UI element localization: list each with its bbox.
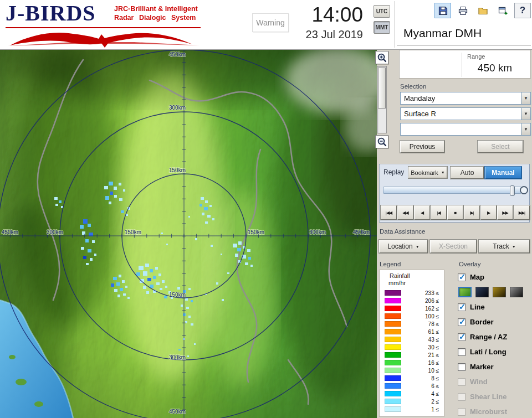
checkbox[interactable] bbox=[458, 273, 466, 281]
help-button[interactable]: ? bbox=[514, 3, 531, 18]
logo-title: J-BIRDS bbox=[6, 1, 96, 25]
overlay-row-microburst: Microburst bbox=[458, 404, 532, 418]
legend-value: 6 ≤ bbox=[401, 383, 442, 389]
legend-value: 21 ≤ bbox=[401, 352, 442, 358]
replay-groupbox: Replay Bookmark▼ Auto Manual |◀◀ ◀◀ ◀ |◀… bbox=[379, 164, 530, 223]
printer-icon bbox=[458, 6, 468, 16]
location-button[interactable]: Location▼ bbox=[379, 240, 428, 253]
replay-slider-knob[interactable] bbox=[520, 186, 528, 194]
overlay-row-range-az[interactable]: Range / AZ bbox=[458, 329, 532, 344]
checkbox[interactable] bbox=[458, 318, 466, 326]
chevron-down-icon: ▼ bbox=[441, 171, 445, 174]
chevron-down-icon[interactable] bbox=[521, 123, 530, 135]
checkbox[interactable] bbox=[458, 333, 466, 341]
replay-slider-handle[interactable] bbox=[510, 185, 515, 196]
map-style-olive[interactable] bbox=[493, 287, 506, 297]
data-assistance-label: Data Assistance bbox=[380, 228, 425, 235]
selection-label: Selection bbox=[400, 83, 426, 90]
overlay-row-border[interactable]: Border bbox=[458, 314, 532, 329]
range-ring-label: 450km bbox=[353, 229, 370, 235]
data-assistance-buttons: Location▼ X-Section Track▼ bbox=[379, 240, 530, 253]
play-button[interactable]: ▶ bbox=[480, 205, 497, 220]
station-underline bbox=[397, 45, 531, 45]
overlay-row-marker[interactable]: Marker bbox=[458, 359, 532, 374]
select-button[interactable]: Select bbox=[478, 141, 523, 153]
timezone-toggle: UTC MMT bbox=[374, 5, 390, 37]
overlay-row-line[interactable]: Line bbox=[458, 300, 532, 314]
radar-map-canvas[interactable]: 450km 300km 150km 450km 300km 150km 150k… bbox=[0, 50, 377, 418]
print-button[interactable] bbox=[454, 3, 471, 18]
legend-color-swatch bbox=[385, 383, 401, 389]
utc-button[interactable]: UTC bbox=[374, 5, 390, 18]
legend-value: 16 ≤ bbox=[401, 360, 442, 366]
bookmark-button[interactable]: Bookmark▼ bbox=[408, 167, 447, 178]
overlay-row-lati-long[interactable]: Lati / Long bbox=[458, 344, 532, 359]
xsection-button[interactable]: X-Section bbox=[430, 240, 477, 253]
legend-color-swatch bbox=[385, 329, 401, 334]
clock-date: 23 Jul 2019 bbox=[274, 28, 363, 41]
export-button[interactable] bbox=[494, 3, 511, 18]
previous-button[interactable]: Previous bbox=[400, 141, 444, 153]
chevron-down-icon[interactable] bbox=[521, 108, 530, 120]
replay-timeline-slider[interactable] bbox=[383, 187, 521, 194]
product-select[interactable]: Surface R bbox=[400, 107, 531, 120]
legend-quantity: Rainfall bbox=[390, 272, 442, 280]
save-icon bbox=[438, 6, 448, 16]
auto-mode-button[interactable]: Auto bbox=[451, 167, 484, 179]
overlay-list: Map Line Border Range / AZ Lati / Long M… bbox=[458, 270, 532, 418]
overlay-row-map[interactable]: Map bbox=[458, 270, 532, 285]
range-ring-label: 150km bbox=[169, 292, 186, 298]
checkbox[interactable] bbox=[458, 363, 466, 371]
fast-rewind-button[interactable]: ◀◀ bbox=[397, 205, 413, 220]
zoom-panel bbox=[375, 51, 389, 148]
step-forward-button[interactable]: ▶| bbox=[464, 205, 480, 220]
legend-row: 233 ≤ bbox=[382, 289, 442, 297]
legend-color-swatch bbox=[385, 375, 401, 381]
fast-forward-button[interactable]: ▶▶ bbox=[497, 205, 513, 220]
stop-button[interactable]: ■ bbox=[447, 205, 463, 220]
legend-row: 6 ≤ bbox=[382, 382, 442, 390]
legend-value: 162 ≤ bbox=[401, 306, 442, 312]
zoom-out-button[interactable] bbox=[375, 135, 388, 148]
overlay-row-wind: Wind bbox=[458, 374, 532, 389]
station-name: Myanmar DMH bbox=[403, 27, 482, 40]
overlay-row-shear-line: Shear Line bbox=[458, 389, 532, 404]
site-select[interactable]: Mandalay bbox=[400, 92, 531, 105]
legend-panel: Rainfall mm/hr 233 ≤ 206 ≤ 162 ≤ 100 ≤ 7… bbox=[379, 270, 444, 417]
overlay-label: Range / AZ bbox=[470, 333, 507, 341]
zoom-in-button[interactable] bbox=[375, 51, 388, 64]
map-style-navy[interactable] bbox=[475, 287, 489, 297]
radar-map-viewport[interactable]: 450km 300km 150km 450km 300km 150km 150k… bbox=[0, 50, 377, 418]
checkbox[interactable] bbox=[458, 303, 466, 311]
open-button[interactable] bbox=[474, 3, 491, 18]
legend-row: 61 ≤ bbox=[382, 328, 442, 336]
checkbox[interactable] bbox=[458, 348, 466, 356]
legend-row: 10 ≤ bbox=[382, 367, 442, 374]
extra-select[interactable] bbox=[400, 123, 531, 136]
mmt-button[interactable]: MMT bbox=[374, 21, 390, 34]
legend-row: 4 ≤ bbox=[382, 390, 442, 398]
legend-value: 233 ≤ bbox=[401, 290, 442, 296]
legend-row: 21 ≤ bbox=[382, 351, 442, 359]
legend-section-label: Legend bbox=[380, 261, 401, 267]
legend-color-swatch bbox=[385, 406, 401, 412]
save-button[interactable] bbox=[434, 3, 451, 18]
range-value: 450 km bbox=[462, 62, 528, 74]
logo-subtitle: JRC-Brilliant & Intelligent Radar Dialog… bbox=[114, 4, 198, 22]
range-ring-label: 450km bbox=[169, 409, 186, 415]
map-style-dark[interactable] bbox=[510, 287, 523, 297]
skip-start-button[interactable]: |◀◀ bbox=[381, 205, 397, 220]
manual-mode-button[interactable]: Manual bbox=[485, 167, 521, 179]
map-style-green[interactable] bbox=[458, 287, 472, 297]
step-back-button[interactable]: |◀ bbox=[431, 205, 447, 220]
legend-value: 4 ≤ bbox=[401, 391, 442, 397]
chevron-down-icon[interactable] bbox=[521, 92, 530, 104]
zoom-slider-thumb[interactable] bbox=[378, 68, 386, 109]
zoom-slider[interactable] bbox=[377, 66, 387, 133]
play-reverse-button[interactable]: ◀ bbox=[414, 205, 430, 220]
legend-color-swatch bbox=[385, 306, 401, 311]
legend-color-swatch bbox=[385, 290, 401, 296]
track-button[interactable]: Track▼ bbox=[479, 240, 530, 253]
legend-color-swatch bbox=[385, 313, 401, 319]
skip-end-button[interactable]: ▶▶| bbox=[514, 205, 530, 220]
